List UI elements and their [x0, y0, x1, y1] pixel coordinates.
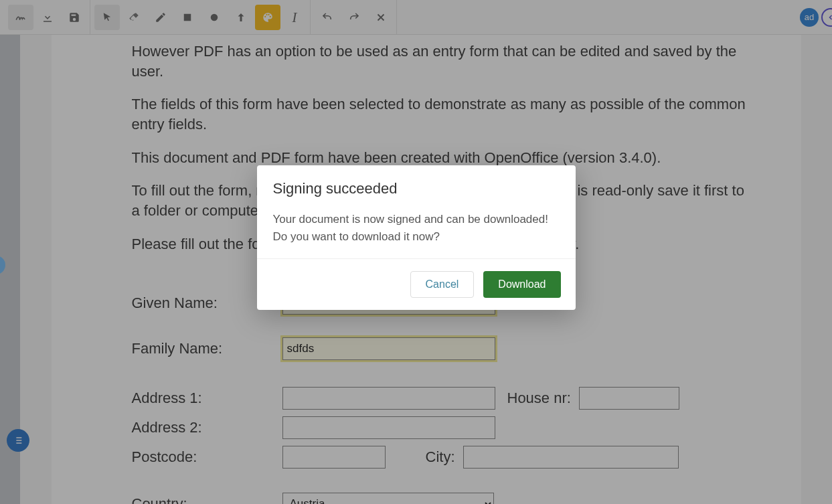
cancel-button[interactable]: Cancel — [410, 271, 475, 298]
modal-overlay: Signing succeeded Your document is now s… — [0, 0, 832, 504]
modal-message: Your document is now signed and can be d… — [273, 211, 560, 245]
signing-succeeded-modal: Signing succeeded Your document is now s… — [257, 165, 576, 310]
modal-footer: Cancel Download — [257, 258, 576, 310]
modal-title: Signing succeeded — [273, 180, 560, 197]
download-button[interactable]: Download — [483, 271, 560, 298]
modal-body: Signing succeeded Your document is now s… — [257, 165, 576, 258]
